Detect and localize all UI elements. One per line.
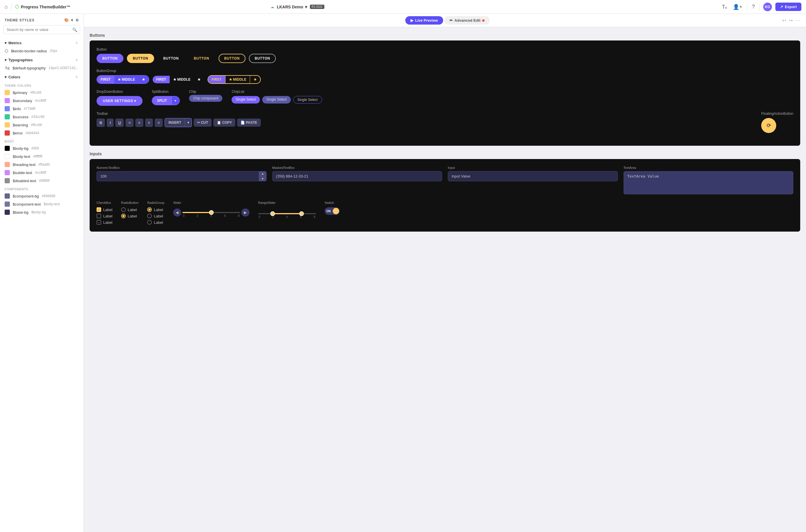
- checkbox-item-1[interactable]: ✓ Label: [97, 207, 113, 212]
- help-button[interactable]: ?: [751, 3, 756, 11]
- button-plain[interactable]: BUTTON: [157, 54, 185, 63]
- checkbox-item-2[interactable]: Label: [97, 214, 113, 218]
- floating-action-button[interactable]: ⟳: [761, 118, 776, 133]
- secondary-swatch[interactable]: [5, 98, 10, 103]
- export-arrow-icon: ↗: [780, 5, 783, 9]
- copy-button[interactable]: 📋 COPY: [213, 118, 235, 127]
- inputs-section: Inputs NumericTextBox ▲ ▼: [90, 152, 800, 232]
- btn-group2-first[interactable]: FIRST: [153, 76, 170, 83]
- spin-up-button[interactable]: ▲: [259, 171, 267, 176]
- button-yellow-solid[interactable]: BUTTON: [127, 54, 154, 63]
- typographies-section-header[interactable]: ▾ Typographies ＋: [0, 55, 83, 64]
- underline-button[interactable]: U: [115, 118, 124, 127]
- chevron-down-icon[interactable]: ▾: [71, 18, 73, 22]
- italic-button[interactable]: I: [107, 118, 114, 127]
- add-typography-icon[interactable]: ＋: [74, 57, 79, 63]
- home-icon[interactable]: ⌂: [5, 4, 8, 10]
- metrics-section-header[interactable]: ▾ Metrics ＋: [0, 38, 83, 47]
- primary-swatch[interactable]: [5, 90, 10, 95]
- text-input[interactable]: [448, 171, 618, 181]
- button-yellow-text[interactable]: BUTTON: [188, 54, 215, 63]
- cut-button[interactable]: ✂ CUT: [194, 118, 212, 127]
- btn-group3-middle[interactable]: ★ MIDDLE: [226, 76, 250, 83]
- search-input[interactable]: [3, 25, 80, 34]
- range-thumb-left[interactable]: [270, 211, 275, 216]
- textarea-input[interactable]: TextArea Value: [623, 171, 793, 194]
- chip-single-select-2[interactable]: Single Select: [293, 96, 322, 103]
- chip-item[interactable]: Chip component: [189, 95, 222, 102]
- btn-group1-star[interactable]: ★: [138, 76, 149, 83]
- btn-group2-star[interactable]: ★: [194, 76, 204, 83]
- disabled-text-swatch[interactable]: [5, 178, 10, 183]
- range-thumb-right[interactable]: [299, 211, 304, 216]
- body-bg-swatch[interactable]: [5, 146, 10, 151]
- radio-item-1[interactable]: Label: [121, 207, 139, 212]
- btn-group3-star[interactable]: ★: [250, 76, 260, 83]
- component-text-swatch[interactable]: [5, 202, 10, 207]
- btn-group2-middle[interactable]: ★ MIDDLE: [170, 76, 194, 83]
- button-primary[interactable]: BUTTON: [97, 54, 123, 63]
- align-center-button[interactable]: ≡: [135, 118, 143, 127]
- colors-label: ▾ Colors: [5, 75, 20, 79]
- chip-single-select-1[interactable]: Single Select: [262, 96, 290, 103]
- project-selector[interactable]: LKARS Demo ▾: [277, 5, 307, 9]
- chip-single-select-0[interactable]: Single Select: [232, 96, 260, 103]
- more-options-button[interactable]: ⋯: [795, 18, 800, 23]
- button-outline-yellow[interactable]: BUTTON: [218, 54, 246, 63]
- dropdown-button[interactable]: USER SETTINGS ▾: [97, 96, 142, 106]
- radio-item-2[interactable]: Label: [121, 214, 139, 218]
- preview-area: Buttons Button BUTTON BUTTON BUTTON BUTT…: [84, 27, 806, 532]
- radiogroup-item-2[interactable]: Label: [147, 214, 164, 218]
- heading-text-swatch[interactable]: [5, 162, 10, 167]
- split-button-main[interactable]: SPLIT: [152, 97, 171, 104]
- button-outline-white[interactable]: BUTTON: [249, 54, 276, 63]
- advanced-edit-tab[interactable]: ✏ Advanced Edit: [444, 16, 490, 24]
- colors-section-header[interactable]: ▾ Colors ＋: [0, 72, 83, 81]
- inputs-section-label: Inputs: [90, 152, 800, 156]
- btn-group1-first[interactable]: FIRST: [97, 76, 114, 83]
- align-left-button[interactable]: ≡: [126, 118, 134, 127]
- toolbar-right-actions: ↩ ↪ ⋯: [782, 18, 800, 23]
- success-swatch[interactable]: [5, 114, 10, 119]
- insert-dropdown[interactable]: ▾: [185, 118, 191, 127]
- radiogroup-item-3[interactable]: Label: [147, 220, 164, 225]
- numeric-input[interactable]: [97, 171, 259, 181]
- main-content: ▶ Live Preview ✏ Advanced Edit ↩ ↪ ⋯ But…: [84, 14, 806, 532]
- paste-button[interactable]: 📄 PASTE: [237, 118, 261, 127]
- add-user-button[interactable]: 👤+: [732, 3, 744, 11]
- slider-prev-button[interactable]: ◀: [173, 208, 181, 216]
- user-avatar[interactable]: KG: [763, 3, 772, 11]
- palette-icon[interactable]: 🎨: [64, 18, 69, 22]
- align-justify-button[interactable]: ≡: [155, 118, 163, 127]
- masked-input[interactable]: [272, 171, 442, 181]
- btn-group3-first[interactable]: FIRST: [208, 76, 226, 83]
- warning-swatch[interactable]: [5, 122, 10, 128]
- bold-button[interactable]: B: [97, 118, 105, 127]
- tokens-button[interactable]: Tₒ: [721, 3, 728, 11]
- live-preview-tab[interactable]: ▶ Live Preview: [405, 16, 443, 24]
- component-bg-swatch[interactable]: [5, 193, 10, 198]
- btn-group1-middle[interactable]: ★ MIDDLE: [114, 76, 138, 83]
- settings-icon[interactable]: ⚙: [75, 18, 79, 22]
- checkbox-item-3[interactable]: Label: [97, 220, 113, 225]
- add-metric-icon[interactable]: ＋: [74, 40, 79, 46]
- radiogroup-item-1[interactable]: Label: [147, 207, 164, 212]
- add-color-icon[interactable]: ＋: [74, 74, 79, 80]
- base-bg-var: $base-bg $body-bg: [0, 208, 83, 216]
- switch-toggle[interactable]: ON: [325, 207, 340, 215]
- base-bg-swatch[interactable]: [5, 210, 10, 215]
- align-right-button[interactable]: ≡: [145, 118, 153, 127]
- body-text-swatch[interactable]: [5, 154, 10, 159]
- redo-button[interactable]: ↪: [789, 18, 793, 23]
- undo-button[interactable]: ↩: [782, 18, 786, 23]
- insert-button[interactable]: INSERT: [165, 118, 185, 127]
- error-swatch[interactable]: [5, 130, 10, 136]
- spin-down-button[interactable]: ▼: [259, 176, 267, 182]
- split-button-arrow[interactable]: ▾: [171, 97, 179, 104]
- slider-next-button[interactable]: ▶: [242, 208, 249, 216]
- subtle-text-swatch[interactable]: [5, 170, 10, 175]
- right-toolbar: Tₒ 👤+ ? KG ↗ Export: [721, 3, 801, 11]
- info-swatch[interactable]: [5, 106, 10, 111]
- export-button[interactable]: ↗ Export: [775, 3, 801, 11]
- slider-thumb[interactable]: [209, 210, 214, 215]
